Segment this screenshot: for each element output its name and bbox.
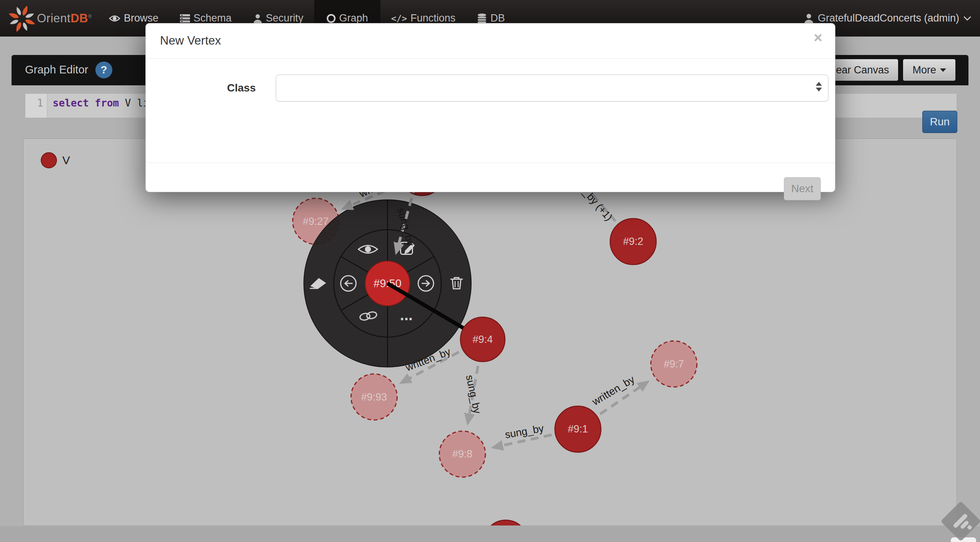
brand-logo: OrientDB® bbox=[7, 3, 92, 34]
page-bottom-strip bbox=[0, 526, 980, 542]
nav-label: Security bbox=[266, 12, 303, 24]
new-vertex-modal: New Vertex × Class Next bbox=[145, 23, 835, 192]
vertex[interactable]: #9:4 bbox=[460, 317, 505, 362]
class-select[interactable] bbox=[276, 75, 828, 101]
vertex-label: #9:4 bbox=[473, 334, 493, 345]
legend-label: V bbox=[62, 154, 70, 167]
nav-label: Schema bbox=[193, 12, 232, 24]
diamond-watermark-icon bbox=[942, 502, 980, 540]
edge-label: written_by bbox=[590, 373, 637, 408]
help-icon[interactable]: ? bbox=[95, 62, 112, 78]
edge-arrowhead bbox=[397, 373, 412, 389]
eye-icon bbox=[109, 14, 120, 23]
line-number: 1 bbox=[25, 94, 47, 118]
run-button[interactable]: Run bbox=[922, 111, 957, 133]
modal-title: New Vertex bbox=[160, 34, 221, 48]
edge-arrowhead bbox=[462, 413, 475, 427]
vertex[interactable] bbox=[483, 520, 528, 525]
nav-label: Graph bbox=[339, 12, 368, 24]
user-icon bbox=[804, 13, 814, 23]
vertex[interactable]: #9:8 bbox=[439, 431, 485, 477]
next-button[interactable]: Next bbox=[784, 177, 821, 200]
more-label: More bbox=[912, 64, 936, 76]
close-icon[interactable]: × bbox=[814, 30, 822, 45]
nav-label: Functions bbox=[410, 12, 455, 24]
legend: V bbox=[41, 152, 70, 168]
clear-canvas-label: Clear Canvas bbox=[826, 64, 889, 76]
user-label: GratefulDeadConcerts (admin) bbox=[818, 12, 959, 24]
vertex-label: #9:1 bbox=[568, 423, 588, 435]
edge-arrowhead bbox=[637, 376, 653, 392]
edge-label: sung_by bbox=[504, 422, 545, 441]
caret-down-icon bbox=[940, 68, 946, 72]
nav-label: DB bbox=[490, 12, 505, 24]
class-label: Class bbox=[160, 82, 256, 94]
vertex-label: #9:2 bbox=[623, 236, 643, 247]
modal-footer: Next bbox=[146, 163, 835, 192]
chevron-down-icon bbox=[963, 12, 972, 24]
vertex[interactable]: #9:7 bbox=[651, 341, 697, 387]
select-caret-icon bbox=[816, 82, 822, 91]
stacked-bars-icon bbox=[180, 14, 190, 23]
orientdb-star-icon bbox=[7, 3, 37, 34]
vertex-label: #9:93 bbox=[361, 391, 387, 403]
edge-label: sung_by bbox=[464, 374, 483, 415]
vertex-label: #9:7 bbox=[664, 358, 684, 370]
page: OrientDB® Browse Schema Security bbox=[0, 0, 980, 542]
nav-label: Browse bbox=[124, 12, 158, 24]
database-icon bbox=[477, 13, 487, 23]
vertex[interactable]: #9:93 bbox=[351, 374, 397, 420]
vertex[interactable]: #9:1 bbox=[555, 406, 601, 452]
more-button[interactable]: More bbox=[903, 59, 956, 81]
vertex-label: #9:8 bbox=[452, 448, 472, 460]
brand-text: OrientDB® bbox=[37, 12, 92, 25]
more-options-icon[interactable]: ... bbox=[400, 306, 413, 323]
person-icon bbox=[253, 14, 262, 23]
modal-header: New Vertex × bbox=[146, 23, 835, 59]
edge-arrowhead bbox=[490, 440, 504, 453]
page-title: Graph Editor bbox=[25, 63, 88, 76]
legend-color-dot bbox=[41, 152, 57, 168]
code-icon: </> bbox=[391, 13, 407, 23]
circle-icon bbox=[327, 13, 336, 23]
vertex[interactable]: #9:2 bbox=[610, 219, 656, 265]
radial-context-menu[interactable]: ... #9:50 bbox=[304, 200, 471, 367]
vertex-label: #9:27 bbox=[303, 216, 328, 227]
modal-body: Class bbox=[146, 59, 835, 163]
